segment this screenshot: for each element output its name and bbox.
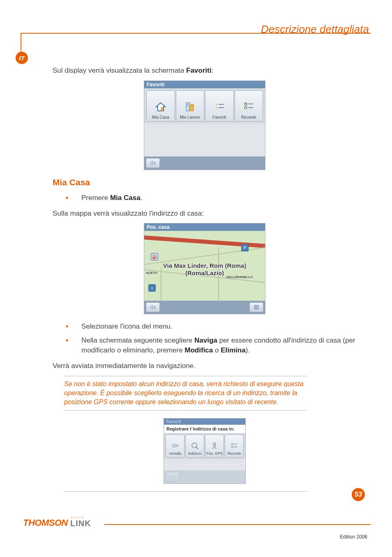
svg-rect-6 <box>192 106 193 106</box>
back-button[interactable] <box>146 302 160 312</box>
fav-item-recente[interactable]: Recente <box>235 90 263 122</box>
recent-list-icon <box>230 441 239 450</box>
section-heading: Mia Casa <box>53 177 357 187</box>
intro-prefix: Sul display verrà visualizzata la scherm… <box>53 67 186 74</box>
back-button-disabled <box>166 472 180 482</box>
svg-rect-5 <box>191 106 191 106</box>
page-number-badge: 53 <box>352 488 365 501</box>
bullet-text: Nella schermata seguente scegliere <box>81 336 194 344</box>
menu-button[interactable] <box>249 302 263 312</box>
bullet-bold: Modifica <box>184 346 213 354</box>
brand-logo: THOMSON ○-○-○ LINK <box>23 515 91 528</box>
svg-line-19 <box>196 447 198 449</box>
reg-item-indirizzo[interactable]: Indirizzo <box>185 435 204 458</box>
edition-text: Edition 2006 <box>340 534 367 540</box>
work-icon <box>184 100 196 113</box>
brand-thomson: THOMSON <box>23 518 68 528</box>
map-area[interactable]: ⛽ P i ACETO VALLERANELLO Via Max Linder,… <box>144 231 265 304</box>
recent-list-icon <box>242 100 255 113</box>
map-address-line2: (Roma/Lazio) <box>144 269 265 277</box>
map-bottombar <box>144 301 265 314</box>
register-screenshot: Favoriti Registrare l´indirizzo di casa … <box>164 418 246 484</box>
brand-link-text: LINK <box>70 519 91 528</box>
bullet-select-menu: Selezionare l'icona del menu. <box>66 322 357 331</box>
fav-item-mia-casa[interactable]: Mia Casa <box>146 90 175 122</box>
fav-label: Mio Lavoro <box>180 115 200 120</box>
bullet-text: ). <box>246 346 250 354</box>
bullet-bold: Naviga <box>194 336 217 344</box>
bullet-bold: Elimina <box>221 346 245 354</box>
svg-rect-4 <box>187 106 188 106</box>
fav-label: Mia Casa <box>152 115 169 120</box>
svg-point-20 <box>213 443 216 445</box>
content-area: Sul display verrà visualizzata la scherm… <box>53 66 357 492</box>
bullet-text: o <box>213 346 221 354</box>
svg-point-21 <box>231 443 233 445</box>
register-grid: Annulla Indirizzo Pos. GPS Recente <box>164 433 245 459</box>
favoriti-titlebar: Favoriti <box>144 81 265 88</box>
after-nav-paragraph: Verrà avviata immediatamente la navigazi… <box>53 361 357 371</box>
back-button[interactable] <box>146 158 160 168</box>
svg-rect-2 <box>189 104 194 111</box>
map-titlebar: Pos. casa <box>144 223 265 231</box>
footer-rule <box>104 524 371 525</box>
map-address-label: Via Max Linder, Rom (Roma) (Roma/Lazio) <box>144 262 265 277</box>
reg-label: Indirizzo <box>188 451 202 456</box>
reg-label: Recente <box>227 451 241 456</box>
intro-suffix: : <box>211 67 213 74</box>
register-bottombar <box>164 470 245 483</box>
register-titlebar: Favoriti <box>164 419 245 425</box>
svg-point-23 <box>231 446 233 448</box>
register-prompt: Registrare l´indirizzo di casa in: <box>164 425 245 433</box>
svg-marker-7 <box>216 104 217 105</box>
intro-bold: Favoriti <box>186 67 211 74</box>
reg-item-pos-gps[interactable]: Pos. GPS <box>205 435 224 458</box>
favoriti-screenshot: Favoriti Mia Casa Mio Lavoro Favoriti <box>144 81 265 170</box>
bottom-rule <box>64 491 307 492</box>
note-text: Se non è stato impostato alcun indirizzo… <box>64 380 307 407</box>
svg-marker-9 <box>216 107 217 108</box>
fav-label: Favoriti <box>212 115 226 120</box>
gps-person-icon <box>210 441 219 450</box>
globe-search-icon <box>190 441 199 450</box>
bullet-text: . <box>141 194 143 202</box>
bullet-press: Premere Mia Casa. <box>66 193 357 203</box>
reg-item-recente[interactable]: Recente <box>225 435 244 458</box>
map-screenshot: Pos. casa ⛽ P i ACETO VALLERANELLO Via M… <box>144 223 265 314</box>
reg-label: Annulla <box>169 451 181 456</box>
fav-label: Recente <box>241 115 256 120</box>
bullet-text: Premere <box>81 194 110 202</box>
note-box: Se non è stato impostato alcun indirizzo… <box>64 376 307 411</box>
map-intro: Sulla mappa verrà visualizzato l'indiriz… <box>53 209 357 219</box>
map-address-line1: Via Max Linder, Rom (Roma) <box>144 262 265 269</box>
svg-rect-0 <box>161 108 163 111</box>
svg-point-13 <box>244 106 247 109</box>
bullet-naviga: Nella schermata seguente scegliere Navig… <box>66 336 357 355</box>
page-header: Descrizione dettagliata <box>261 23 369 36</box>
fav-item-favoriti[interactable]: Favoriti <box>205 90 234 122</box>
back-arrow-icon <box>171 441 180 450</box>
header-rule <box>21 33 371 34</box>
svg-rect-3 <box>187 104 188 105</box>
intro-paragraph: Sul display verrà visualizzata la scherm… <box>53 66 357 76</box>
language-badge: IT <box>16 52 28 64</box>
parking-poi-icon: P <box>241 244 249 251</box>
fuel-poi-icon: ⛽ <box>151 253 158 260</box>
bullet-bold: Mia Casa <box>110 194 141 202</box>
favoriti-bottombar <box>144 157 265 170</box>
favoriti-grid: Mia Casa Mio Lavoro Favoriti Recente <box>144 88 265 124</box>
fav-item-mio-lavoro[interactable]: Mio Lavoro <box>176 90 205 122</box>
reg-item-annulla[interactable]: Annulla <box>166 435 184 458</box>
reg-label: Pos. GPS <box>206 451 223 456</box>
brand-link: ○-○-○ LINK <box>70 515 91 528</box>
info-poi-icon: i <box>148 284 156 292</box>
home-icon <box>154 100 167 113</box>
star-list-icon <box>213 100 226 113</box>
